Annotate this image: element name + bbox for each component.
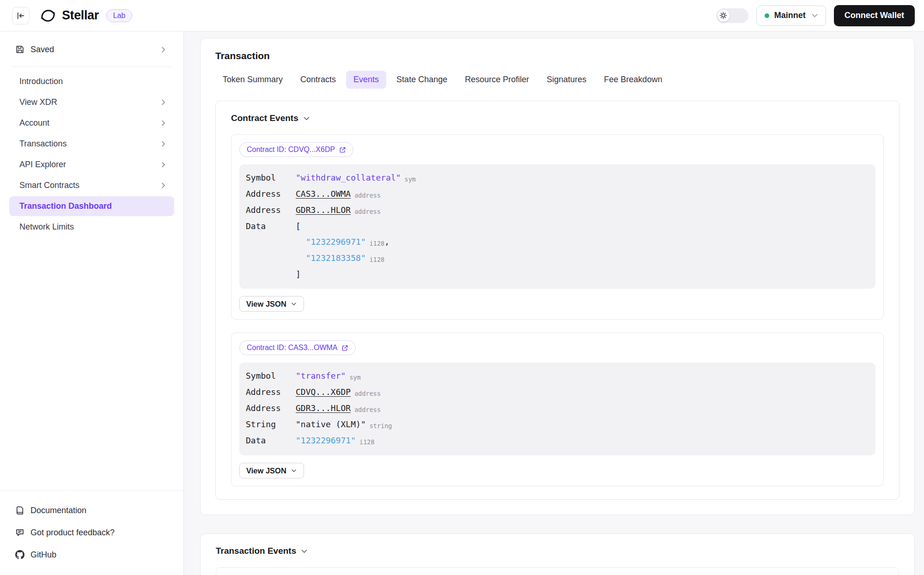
collapse-sidebar-button[interactable] (12, 7, 30, 24)
sidebar-footer-got-product-feedback[interactable]: Got product feedback? (0, 522, 183, 543)
view-json-button[interactable]: View JSON (239, 296, 304, 312)
event-key: Data (246, 218, 296, 234)
event-value: "transfer"sym (296, 368, 869, 384)
sidebar-footer: DocumentationGot product feedback?GitHub (0, 490, 183, 575)
transaction-events-header[interactable]: Transaction Events (216, 546, 308, 556)
sidebar-item-network-limits[interactable]: Network Limits (9, 217, 174, 237)
chevron-down-icon (303, 115, 310, 122)
tab-bar: Token SummaryContractsEventsState Change… (215, 71, 900, 89)
event-value-line: "withdraw_collateral"sym (296, 170, 869, 186)
header-left: Stellar Lab (12, 7, 132, 24)
document-icon (15, 506, 24, 515)
contract-id-label: Contract ID: CAS3...OWMA (247, 344, 337, 352)
sidebar-item-label: Smart Contracts (19, 181, 79, 190)
network-select[interactable]: Mainnet (756, 6, 826, 26)
sidebar-nav: IntroductionView XDRAccountTransactionsA… (0, 72, 183, 490)
event-value: GDR3...HLORaddress (296, 202, 869, 218)
type-label: i128 (370, 256, 385, 263)
sidebar-item-label: Account (19, 118, 49, 128)
brand[interactable]: Stellar Lab (40, 7, 132, 24)
external-link-icon (341, 345, 348, 351)
sidebar: Saved IntroductionView XDRAccountTransac… (0, 31, 184, 575)
event-value: "1232296971"i128 (296, 433, 869, 449)
sidebar-item-view-xdr[interactable]: View XDR (9, 92, 174, 112)
event-row: Data[ "1232296971"i128, "1232183358"i128… (246, 218, 869, 282)
saved-label: Saved (30, 45, 153, 54)
chevron-right-icon (159, 119, 167, 127)
tab-signatures[interactable]: Signatures (539, 71, 594, 89)
sidebar-footer-documentation[interactable]: Documentation (0, 500, 183, 521)
tab-events[interactable]: Events (346, 71, 386, 89)
view-json-label: View JSON (246, 466, 286, 475)
sidebar-item-smart-contracts[interactable]: Smart Contracts (9, 176, 174, 195)
chevron-right-icon (159, 98, 167, 106)
sidebar-item-label: View XDR (19, 97, 57, 107)
external-link-icon (339, 146, 346, 153)
value-segment: ] (296, 269, 301, 279)
sidebar-item-transactions[interactable]: Transactions (9, 134, 174, 154)
tab-token-summary[interactable]: Token Summary (215, 71, 290, 89)
type-label: i128 (359, 438, 375, 446)
tab-state-change[interactable]: State Change (389, 71, 455, 89)
sidebar-item-transaction-dashboard[interactable]: Transaction Dashboard (9, 196, 174, 216)
section-title: Transaction Events (216, 546, 296, 556)
type-label: address (354, 208, 381, 215)
tab-resource-profiler[interactable]: Resource Profiler (457, 71, 536, 89)
contract-id-badge[interactable]: Contract ID: CDVQ...X6DP (239, 142, 353, 157)
event-key: Symbol (246, 170, 296, 186)
footer-item-label: Documentation (30, 506, 86, 515)
value-segment: "1232183358" (296, 253, 366, 263)
event-card: Contract ID: CDVQ...X6DPSymbol"withdraw_… (231, 134, 884, 320)
chevron-right-icon (159, 161, 167, 169)
event-value: "withdraw_collateral"sym (296, 170, 869, 186)
footer-item-label: GitHub (30, 550, 56, 560)
event-key: Address (246, 202, 296, 218)
event-row: AddressCDVQ...X6DPaddress (246, 384, 869, 400)
event-row: Symbol"withdraw_collateral"sym (246, 170, 869, 186)
sidebar-item-introduction[interactable]: Introduction (9, 72, 174, 91)
address-link[interactable]: GDR3...HLOR (296, 403, 351, 413)
tab-contracts[interactable]: Contracts (293, 71, 343, 89)
theme-toggle[interactable] (716, 8, 748, 23)
event-data-box: Symbol"withdraw_collateral"symAddressCAS… (239, 164, 875, 289)
chevron-down-icon (291, 301, 297, 307)
event-value: [ "1232296971"i128, "1232183358"i128] (296, 218, 869, 282)
chevron-down-icon (291, 467, 297, 474)
event-row: Data"1232296971"i128 (246, 433, 869, 449)
tab-fee-breakdown[interactable]: Fee Breakdown (596, 71, 669, 89)
event-key: Symbol (246, 368, 296, 384)
sidebar-footer-github[interactable]: GitHub (0, 545, 183, 565)
event-value: CDVQ...X6DPaddress (296, 384, 869, 400)
contract-id-label: Contract ID: CDVQ...X6DP (247, 145, 335, 154)
network-status-dot (765, 13, 769, 18)
event-value: CAS3...OWMAaddress (296, 186, 869, 202)
event-value-line: "transfer"sym (296, 368, 869, 384)
value-segment: "native (XLM)" (296, 419, 366, 429)
transaction-card: Transaction Token SummaryContractsEvents… (200, 38, 915, 515)
type-label: i128 (370, 240, 385, 247)
connect-wallet-button[interactable]: Connect Wallet (834, 5, 915, 26)
event-key: Data (246, 433, 296, 448)
network-label: Mainnet (774, 11, 806, 20)
address-link[interactable]: CAS3...OWMA (296, 189, 351, 199)
view-json-button[interactable]: View JSON (239, 463, 304, 478)
sidebar-item-label: Introduction (19, 77, 63, 86)
contract-events-header[interactable]: Contract Events (231, 113, 310, 123)
view-json-label: View JSON (246, 300, 286, 309)
sidebar-item-label: Transactions (19, 139, 67, 149)
theme-toggle-knob (717, 10, 729, 22)
event-value-line: GDR3...HLORaddress (296, 400, 869, 417)
event-value-line: [ (296, 218, 869, 234)
sun-icon (719, 12, 727, 19)
event-value-line: "1232296971"i128 (296, 433, 869, 449)
contract-id-badge[interactable]: Contract ID: CAS3...OWMA (239, 340, 356, 355)
event-row: AddressGDR3...HLORaddress (246, 202, 869, 218)
app-shell: Saved IntroductionView XDRAccountTransac… (0, 31, 924, 575)
sidebar-item-account[interactable]: Account (9, 113, 174, 133)
sidebar-item-api-explorer[interactable]: API Explorer (9, 155, 174, 175)
address-link[interactable]: CDVQ...X6DP (296, 387, 351, 397)
sidebar-item-saved[interactable]: Saved (9, 39, 174, 60)
event-value-line: CDVQ...X6DPaddress (296, 384, 869, 400)
address-link[interactable]: GDR3...HLOR (296, 205, 351, 215)
chevron-right-icon (159, 46, 167, 54)
